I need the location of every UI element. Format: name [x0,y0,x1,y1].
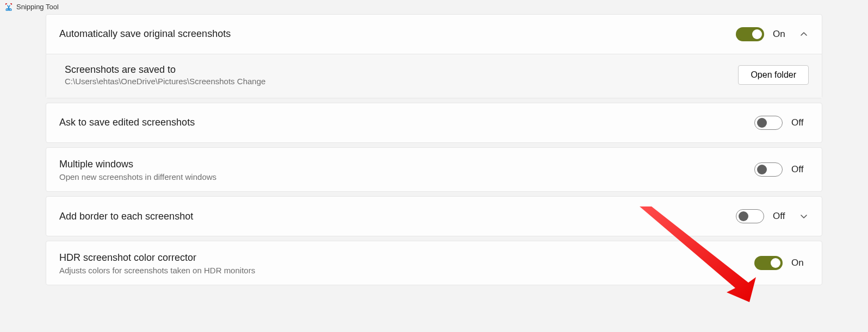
hdr-toggle[interactable] [754,256,783,270]
setting-hdr-corrector: HDR screenshot color corrector Adjusts c… [46,241,822,285]
setting-title: Ask to save edited screenshots [59,116,754,129]
setting-auto-save-row[interactable]: Automatically save original screenshots … [46,15,822,54]
change-link[interactable]: Change [237,77,266,86]
settings-list: Automatically save original screenshots … [0,13,868,300]
app-title: Snipping Tool [16,3,59,11]
setting-auto-save: Automatically save original screenshots … [46,14,822,98]
setting-add-border-row[interactable]: Add border to each screenshot Off [46,197,822,236]
ask-save-toggle[interactable] [754,116,783,130]
toggle-state-label: Off [791,117,809,128]
toggle-state-label: Off [791,164,809,175]
auto-save-toggle[interactable] [736,27,764,41]
titlebar: Snipping Tool [0,0,868,13]
toggle-state-label: On [773,29,790,40]
toggle-state-label: Off [773,211,790,222]
setting-title: Add border to each screenshot [59,210,736,223]
chevron-down-icon[interactable] [799,212,809,220]
setting-ask-save-edited: Ask to save edited screenshots Off [46,103,822,143]
setting-title: Screenshots are saved to [65,64,738,76]
setting-subtitle: Open new screenshots in different window… [59,172,754,181]
setting-add-border: Add border to each screenshot Off [46,196,822,236]
setting-multiple-windows-row[interactable]: Multiple windows Open new screenshots in… [46,148,822,191]
save-path: C:\Users\ehtas\OneDrive\Pictures\Screens… [65,77,235,86]
multiple-windows-toggle[interactable] [754,162,783,177]
add-border-toggle[interactable] [736,209,764,223]
open-folder-button[interactable]: Open folder [738,65,809,85]
toggle-state-label: On [791,258,809,268]
setting-ask-save-row[interactable]: Ask to save edited screenshots Off [46,103,822,142]
snipping-tool-icon [4,2,13,11]
setting-title: Automatically save original screenshots [59,27,736,41]
setting-saved-to: Screenshots are saved to C:\Users\ehtas\… [46,54,822,98]
setting-subtitle: Adjusts colors for screenshots taken on … [59,266,754,275]
setting-hdr-row[interactable]: HDR screenshot color corrector Adjusts c… [46,241,822,285]
setting-subtitle: C:\Users\ehtas\OneDrive\Pictures\Screens… [65,77,738,86]
setting-title: Multiple windows [59,158,754,171]
setting-title: HDR screenshot color corrector [59,251,754,265]
chevron-up-icon[interactable] [799,30,809,38]
setting-multiple-windows: Multiple windows Open new screenshots in… [46,147,822,192]
